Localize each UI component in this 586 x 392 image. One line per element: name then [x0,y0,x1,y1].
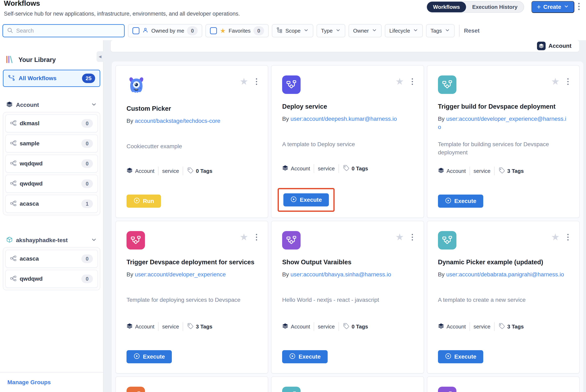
workflow-card: ★ Trigger Devspace deployment for servic… [116,221,268,374]
execute-button[interactable]: Execute [283,193,329,206]
card-meta: Account service 0 Tags [126,167,257,175]
sidebar-item-acasca[interactable]: acasca1 [5,195,98,213]
filter-favorites[interactable]: ★ Favorites 0 [206,24,268,37]
favorite-star-icon[interactable]: ★ [551,232,560,242]
item-label: qwdqwd [20,180,43,187]
manage-groups-link[interactable]: Manage Groups [8,379,51,386]
reset-button[interactable]: Reset [464,28,480,34]
card-kebab-icon[interactable] [256,234,257,240]
execute-button[interactable]: Execute [438,194,483,208]
owned-by-me-label: Owned by me [151,28,184,34]
filter-dropdown-tags[interactable]: Tags [426,24,454,37]
create-button[interactable]: + Create [532,1,574,13]
item-label: acasca [20,256,39,262]
sidebar-item-all-workflows[interactable]: All Workflows 25 [3,70,100,87]
scope-badge-label: Account [548,43,572,49]
pipeline-icon [10,140,16,147]
card-type: service [162,324,179,330]
chevron-down-icon [564,4,569,10]
owner-link[interactable]: user:account/developer_experience@harnes… [438,116,566,130]
workflow-card-partial [427,376,580,392]
pipeline-icon [10,200,16,207]
tag-icon [498,323,505,331]
card-title: Show Output Varaibles [282,258,413,266]
owner-link[interactable]: user:account/bhavya.sinha@harness.io [290,271,391,278]
card-tags: 3 Tags [507,168,524,174]
card-type: service [474,168,490,174]
owner-link[interactable]: account/backstage/techdocs-core [135,118,220,124]
filter-dropdown-scope[interactable]: Scope [272,24,313,37]
favorite-star-icon[interactable]: ★ [395,77,404,86]
card-tags: 3 Tags [196,324,212,330]
sidebar-item-sample[interactable]: sample0 [5,134,98,152]
favorite-star-icon[interactable]: ★ [551,77,560,86]
sidebar-group-header-Account[interactable]: Account [6,100,97,110]
filter-dropdown-owner[interactable]: Owner [348,24,382,37]
item-count: 1 [82,200,93,208]
chevron-down-icon[interactable] [91,236,97,244]
layers-icon [438,167,444,175]
card-kebab-icon[interactable] [567,234,568,240]
card-scope: Account [446,168,466,174]
owner-link[interactable]: user:account/debabrata.panigrahi@harness… [446,271,564,278]
tab-workflows[interactable]: Workflows [427,2,466,12]
filter-dropdown-type[interactable]: Type [316,24,345,37]
sidebar-item-qwdqwd[interactable]: qwdqwd0 [5,175,98,193]
favorites-checkbox[interactable] [210,27,217,34]
search-box[interactable] [2,24,125,37]
favorite-star-icon[interactable]: ★ [240,232,248,242]
item-count: 0 [82,180,93,188]
cards-panel: ★ Custom Picker By account/backstage/tec… [112,62,583,392]
monster-avatar [126,76,146,96]
page-kebab-icon[interactable] [578,3,580,10]
sidebar-item-wqdqwd[interactable]: wqdqwd0 [5,154,98,173]
card-actions: Run [126,194,257,208]
filter-dropdown-lifecycle[interactable]: Lifecycle [385,24,423,37]
run-button[interactable]: Run [126,194,161,208]
scope-badge[interactable]: Account [537,42,572,50]
card-kebab-icon[interactable] [412,78,413,85]
sidebar-item-acasca[interactable]: acasca0 [5,250,98,268]
flowchart-icon [438,76,456,94]
card-kebab-icon[interactable] [256,78,257,85]
favorite-star-icon[interactable]: ★ [395,232,404,242]
flowchart-icon [438,231,456,250]
group-name: Account [16,102,39,108]
tag-icon [342,165,349,173]
execute-button[interactable]: Execute [126,350,172,363]
card-kebab-icon[interactable] [567,78,568,85]
chevron-down-icon[interactable] [91,101,97,109]
execute-button[interactable]: Execute [438,350,483,363]
workflow-card-partial [116,376,268,392]
item-label: dkmasl [20,120,40,127]
card-kebab-icon[interactable] [412,234,413,240]
meta-divider [494,322,494,331]
owned-by-me-checkbox[interactable] [132,27,140,34]
sidebar-group-header-akshayphadke-test[interactable]: akshayphadke-test [6,236,97,245]
card-scope: Account [135,168,154,174]
owner-link[interactable]: user:account/developer_experience [135,271,226,278]
star-icon: ★ [220,28,226,34]
search-input[interactable] [16,28,120,34]
all-workflows-count: 25 [82,74,95,83]
card-type: service [318,166,334,172]
library-bars-icon [5,55,14,65]
dropdown-label: Scope [286,28,300,34]
page-title: Workflows [4,0,40,8]
sidebar-item-dkmasl[interactable]: dkmasl0 [5,114,98,132]
tab-execution-history[interactable]: Execution History [466,2,524,12]
item-label: acasca [20,200,39,207]
favorites-label: Favorites [228,28,250,34]
collapse-left-icon[interactable]: ◀ [96,51,104,62]
sidebar-item-qwdqwd[interactable]: qwdqwd0 [5,270,98,288]
owner-link[interactable]: user:account/deepesh.kumar@harness.io [290,116,397,122]
action-label: Execute [454,198,476,204]
favorite-star-icon[interactable]: ★ [240,77,248,86]
execute-button[interactable]: Execute [282,350,328,363]
item-label: sample [20,140,40,147]
meta-divider [494,167,494,175]
item-label: qwdqwd [20,276,43,282]
play-icon [134,353,140,361]
filter-owned-by-me[interactable]: Owned by me 0 [128,24,202,37]
card-tags: 3 Tags [507,324,524,330]
